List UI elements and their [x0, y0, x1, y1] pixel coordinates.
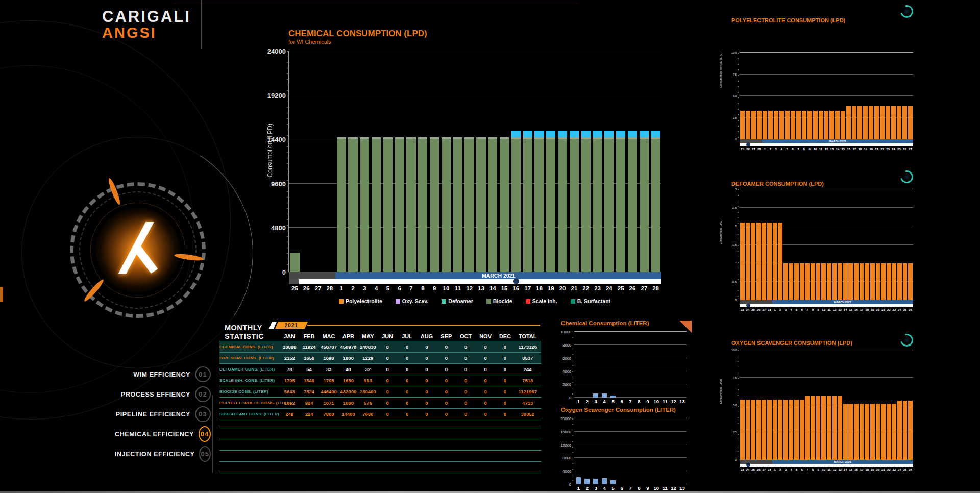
sidebar-item-injection-efficiency[interactable]: INJECTION EFFICIENCY05 [115, 444, 211, 464]
bar-biocide-day-23 [593, 139, 602, 272]
gridline [289, 51, 662, 51]
timeline-slider[interactable] [740, 464, 913, 467]
y-axis-tick-label: 100 [731, 349, 737, 352]
bar-oxyscav-day-17 [860, 404, 864, 460]
table-cell: 432000 [338, 389, 358, 395]
refresh-spinner-icon[interactable] [898, 331, 915, 349]
table-cell: 78 [280, 366, 299, 372]
slider-handle[interactable] [746, 463, 750, 467]
bar-defoamer-day-26 [908, 263, 913, 300]
x-axis-tick-label: 1 [574, 399, 583, 404]
x-axis-tick-label: 25 [289, 285, 301, 291]
legend-label: Oxy. Scav. [402, 298, 429, 304]
bar-defoamer-day-23 [740, 223, 745, 300]
table-cell: 0 [476, 366, 495, 372]
table-cell: 0 [397, 389, 416, 395]
gauge [53, 165, 223, 335]
bar-defoamer-day-2 [778, 223, 782, 300]
bar-poly-day-25 [740, 111, 745, 139]
timeline-slider[interactable] [740, 304, 913, 307]
x-axis-tick-label: 10 [440, 285, 452, 291]
bar-chem-liter-day-5 [610, 396, 616, 398]
table-cell: 1062 [280, 400, 299, 406]
x-axis-tick-label: 27 [908, 147, 913, 151]
sidebar-item-wim-efficiency[interactable]: WIM EFFICIENCY01 [115, 364, 211, 384]
x-axis-tick-label: 12 [669, 399, 678, 404]
bar-biocide-day-4 [372, 139, 381, 272]
bar-oxyscav-day-6 [800, 400, 804, 460]
x-axis-tick-label: 18 [857, 147, 863, 151]
slider-handle[interactable] [746, 142, 750, 146]
y-axis-tick-label: 0 [735, 458, 737, 461]
gridline [574, 484, 687, 484]
defoamer-title: DEFOAMER CONSUMPTION (LPD) [731, 181, 824, 187]
table-cell: 0 [378, 355, 397, 361]
bar-oxyscav-day-3 [783, 400, 788, 460]
bar-other-chemicals-day-14 [488, 137, 497, 140]
x-axis-tick-label: 10 [821, 308, 826, 311]
year-badge: 2021 [275, 322, 308, 329]
x-axis-tick-label: 2 [777, 308, 783, 311]
table-cell: 0 [456, 389, 476, 395]
bar-oxyscav-day-19 [870, 404, 875, 460]
gridline [574, 397, 687, 398]
bar-b-surfactant-day-26 [628, 131, 637, 137]
x-axis-tick-label: 16 [846, 147, 851, 151]
slider-handle[interactable] [746, 303, 750, 307]
slider-lead-segment [289, 279, 299, 284]
table-cell: 33 [319, 366, 338, 372]
x-axis-tick-label: 4 [789, 468, 794, 471]
refresh-spinner-icon[interactable] [898, 168, 915, 185]
bar-b-surfactant-day-20 [558, 131, 567, 137]
refresh-spinner-icon[interactable] [898, 3, 915, 20]
x-axis-tick-label: 20 [868, 147, 874, 151]
main-chart-y-axis-label: Consumption (LPD) [266, 124, 274, 177]
x-axis-tick-label: 6 [394, 285, 405, 291]
bar-b-surfactant-day-19 [546, 131, 555, 137]
bar-biocide-day-7 [406, 139, 415, 272]
bar-oxyscav-day-21 [881, 404, 886, 460]
table-column-header: NOV [476, 333, 495, 339]
table-empty-row-line [219, 461, 541, 462]
gridline [574, 384, 687, 384]
y-axis-tick-label: 6000 [562, 356, 571, 360]
sidebar-item-chemical-efficiency[interactable]: CHEMICAL EFFICIENCY04 [115, 424, 211, 444]
x-axis-tick-label: 6 [618, 485, 626, 491]
sidebar-menu: WIM EFFICIENCY01PROCESS EFFIENCY02PIPELI… [115, 364, 211, 464]
bar-oxy-liter-day-2 [584, 479, 590, 484]
timeline-slider[interactable] [289, 279, 662, 284]
bar-oxyscav-day-23 [740, 400, 745, 460]
legend-item: Oxy. Scav. [396, 298, 429, 304]
bar-poly-day-8 [802, 111, 806, 139]
table-cell: 0 [495, 366, 514, 372]
table-empty-row-line [219, 428, 541, 428]
sidebar-item-number-badge: 05 [199, 446, 211, 462]
table-cell: 0 [436, 366, 456, 372]
sidebar-item-label: PIPELINE EFFICIENCY [116, 411, 190, 418]
sidebar-item-process-effiency[interactable]: PROCESS EFFIENCY02 [115, 384, 211, 404]
bar-oxyscav-day-20 [876, 404, 880, 460]
table-column-header: SEP [436, 333, 456, 339]
bar-poly-day-24 [891, 106, 896, 139]
table-cell: 0 [456, 366, 476, 372]
table-cell: 0 [495, 378, 514, 383]
bar-biocide-day-1 [337, 139, 346, 272]
table-cell: 0 [397, 355, 416, 361]
dashboard: CARIGALI ANGSI WIM EFFICIENCY01PROCESS E… [0, 0, 980, 493]
timeline-slider[interactable] [740, 143, 913, 146]
table-row: SCALE INH. CONS. (LITER)1705154017051650… [219, 375, 541, 386]
x-axis-tick-label: 17 [522, 285, 533, 291]
polyelectrolite-title: POLYELECTROLITE CONSUMPTION (LPD) [731, 17, 845, 23]
x-axis-tick-label: 25 [740, 147, 745, 151]
oxygen-scavenger-liter-panel: Oxygen Scavenger Consumption (LITER) 040… [554, 406, 693, 493]
bar-defoamer-day-6 [800, 263, 804, 300]
table-column-header: MAY [358, 333, 378, 339]
bar-poly-day-19 [863, 106, 868, 139]
x-axis-tick-label: 8 [417, 285, 429, 291]
table-cell: 0 [378, 344, 397, 350]
x-axis-tick-label: 18 [533, 285, 545, 291]
table-cell: 7524 [299, 389, 318, 395]
sidebar-item-pipeline-efficiency[interactable]: PIPELINE EFFICIENCY03 [115, 404, 211, 424]
x-axis-tick-label: 13 [837, 308, 843, 311]
slider-handle[interactable] [513, 279, 519, 284]
